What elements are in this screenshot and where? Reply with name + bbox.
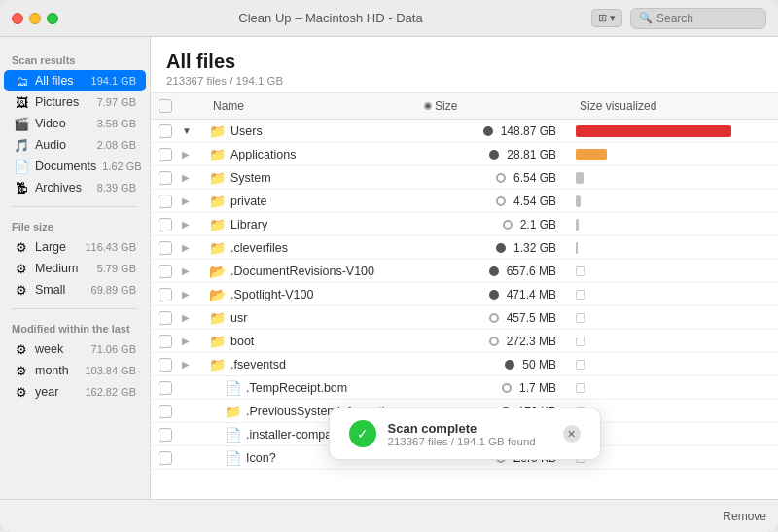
main-area: Scan results 🗂 All files 194.1 GB 🖼 Pict… xyxy=(0,37,778,499)
sidebar-size-all-files: 194.1 GB xyxy=(91,75,136,87)
info-dot[interactable] xyxy=(483,126,493,136)
table-row[interactable]: ▶ 📁 Library 2.1 GB xyxy=(151,213,778,236)
file-icon: 📁 xyxy=(209,217,226,232)
file-icon: 📄 xyxy=(225,427,241,443)
sidebar-label-video: Video xyxy=(35,117,91,130)
table-row[interactable]: 📄 .TempReceipt.bom 1.7 MB xyxy=(151,376,778,400)
row-checkbox[interactable] xyxy=(159,195,172,208)
table-row[interactable]: ▶ 📁 private 4.54 GB xyxy=(151,190,778,213)
table-row[interactable]: ▶ 📁 usr 457.5 MB xyxy=(151,306,778,330)
minimize-button[interactable] xyxy=(29,13,41,24)
maximize-button[interactable] xyxy=(47,13,58,24)
table-row[interactable]: ▼ 📁 Users 148.87 GB xyxy=(151,120,778,143)
row-expand[interactable]: ▶ xyxy=(182,242,209,253)
info-dot[interactable] xyxy=(503,220,513,230)
close-button[interactable] xyxy=(12,13,23,24)
row-expand[interactable]: ▶ xyxy=(182,289,209,300)
info-dot[interactable] xyxy=(496,196,506,206)
sidebar-item-pictures[interactable]: 🖼 Pictures 7.97 GB xyxy=(4,91,146,113)
sidebar-item-large[interactable]: ⚙ Large 116.43 GB xyxy=(4,236,146,258)
info-dot[interactable] xyxy=(505,360,514,370)
file-icon: 📄 xyxy=(225,450,241,466)
row-expand[interactable]: ▶ xyxy=(182,336,209,346)
info-dot[interactable] xyxy=(496,173,506,183)
select-all-checkbox[interactable] xyxy=(159,99,172,113)
table-row[interactable]: ▶ 📁 System 6.54 GB xyxy=(151,166,778,190)
row-checkbox[interactable] xyxy=(159,124,172,138)
search-box[interactable]: 🔍 xyxy=(630,8,766,29)
sidebar-item-video[interactable]: 🎬 Video 3.58 GB xyxy=(4,113,146,134)
row-name: 📂 .Spotlight-V100 xyxy=(209,287,420,302)
col-size-viz-header: Size visualized xyxy=(576,97,770,115)
row-checkbox[interactable] xyxy=(159,148,172,161)
row-checkbox[interactable] xyxy=(159,358,172,372)
row-checkbox[interactable] xyxy=(159,171,172,185)
table-row[interactable]: ▶ 📂 .Spotlight-V100 471.4 MB xyxy=(151,283,778,306)
view-toggle[interactable]: ⊞▾ xyxy=(591,9,622,27)
file-icon: 📄 xyxy=(225,380,241,396)
row-bar-cell xyxy=(576,337,770,346)
file-icon: 📁 xyxy=(209,147,226,162)
info-dot[interactable] xyxy=(489,266,499,276)
sidebar-size-month: 103.84 GB xyxy=(85,365,136,376)
row-checkbox[interactable] xyxy=(159,311,172,325)
titlebar-right: ⊞▾ 🔍 xyxy=(591,8,766,29)
file-icon: 📁 xyxy=(209,240,226,256)
sidebar-item-archives[interactable]: 🗜 Archives 8.39 GB xyxy=(4,177,146,198)
sidebar-item-audio[interactable]: 🎵 Audio 2.08 GB xyxy=(4,134,146,156)
table-row[interactable]: ▶ 📁 .fseventsd 50 MB xyxy=(151,353,778,376)
sidebar-item-small[interactable]: ⚙ Small 69.89 GB xyxy=(4,279,146,301)
row-expand[interactable]: ▶ xyxy=(182,266,209,276)
row-bar-cell xyxy=(576,172,770,184)
sidebar-divider-1 xyxy=(12,206,138,207)
sidebar-item-month[interactable]: ⚙ month 103.84 GB xyxy=(4,360,146,381)
table-row[interactable]: ▶ 📁 boot 272.3 MB xyxy=(151,330,778,353)
search-input[interactable] xyxy=(656,12,758,25)
table-row[interactable]: ▶ 📂 .DocumentRevisions-V100 657.6 MB xyxy=(151,260,778,283)
info-dot[interactable] xyxy=(502,383,512,393)
sidebar-item-medium[interactable]: ⚙ Medium 5.79 GB xyxy=(4,258,146,279)
content-area: All files 213367 files / 194.1 GB Name S… xyxy=(151,37,778,499)
sidebar-size-pictures: 7.97 GB xyxy=(97,96,136,108)
info-dot[interactable] xyxy=(489,290,499,300)
sidebar-item-documents[interactable]: 📄 Documents 1.62 GB xyxy=(4,156,146,177)
row-checkbox[interactable] xyxy=(159,335,172,348)
row-expand[interactable]: ▶ xyxy=(182,172,209,183)
info-dot[interactable] xyxy=(489,313,499,323)
file-name: private xyxy=(230,195,267,208)
table-row[interactable]: ▶ 📁 .cleverfiles 1.32 GB xyxy=(151,236,778,260)
sidebar-icon-year: ⚙ xyxy=(14,384,29,400)
bottom-bar: Remove xyxy=(0,499,778,532)
info-dot[interactable] xyxy=(489,150,499,160)
info-dot[interactable] xyxy=(489,337,499,346)
row-name: 📁 System xyxy=(209,170,420,186)
scan-close-button[interactable]: ✕ xyxy=(563,425,581,443)
row-expand[interactable]: ▶ xyxy=(182,312,209,323)
row-checkbox[interactable] xyxy=(159,405,172,418)
row-checkbox[interactable] xyxy=(159,265,172,278)
row-checkbox-cell xyxy=(159,218,182,231)
row-checkbox[interactable] xyxy=(159,381,172,395)
sidebar-item-week[interactable]: ⚙ week 71.06 GB xyxy=(4,338,146,360)
row-bar-cell xyxy=(576,290,770,300)
row-expand[interactable]: ▶ xyxy=(182,149,209,160)
sidebar-item-year[interactable]: ⚙ year 162.82 GB xyxy=(4,381,146,403)
info-dot[interactable] xyxy=(496,243,506,253)
row-checkbox[interactable] xyxy=(159,451,172,465)
row-checkbox[interactable] xyxy=(159,428,172,442)
row-expand[interactable]: ▶ xyxy=(182,219,209,230)
remove-button[interactable]: Remove xyxy=(723,510,766,523)
scan-banner-text: Scan complete 213367 files / 194.1 GB fo… xyxy=(388,421,536,447)
table-row[interactable]: ▶ 📁 Applications 28.81 GB xyxy=(151,143,778,166)
row-expand[interactable]: ▼ xyxy=(182,125,209,136)
row-checkbox[interactable] xyxy=(159,218,172,231)
row-checkbox[interactable] xyxy=(159,241,172,255)
row-bar-cell xyxy=(576,360,770,370)
file-icon: 📁 xyxy=(209,170,226,186)
col-size-header[interactable]: Size xyxy=(420,97,576,115)
file-name: System xyxy=(230,171,271,185)
row-expand[interactable]: ▶ xyxy=(182,195,209,206)
sidebar-item-all-files[interactable]: 🗂 All files 194.1 GB xyxy=(4,70,146,91)
row-expand[interactable]: ▶ xyxy=(182,359,209,370)
row-checkbox[interactable] xyxy=(159,288,172,301)
